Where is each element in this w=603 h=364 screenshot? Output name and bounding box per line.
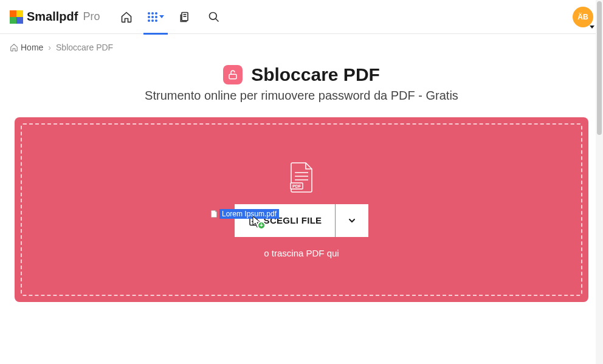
user-avatar-button[interactable]: ÄB (573, 7, 593, 27)
svg-rect-14 (229, 74, 236, 79)
svg-point-4 (151, 16, 154, 18)
page-subtitle: Strumento online per rimuovere password … (0, 89, 603, 103)
file-icon (210, 209, 218, 219)
unlock-icon (227, 69, 238, 80)
logo-text: Smallpdf (27, 10, 78, 24)
page-title-block: Sbloccare PDF Strumento online per rimuo… (0, 64, 603, 103)
dragging-file-name: Lorem Ipsum.pdf (219, 209, 279, 219)
breadcrumb-current: Sbloccare PDF (56, 43, 113, 52)
logo[interactable]: Smallpdf Pro (10, 10, 100, 24)
breadcrumb-separator: › (48, 43, 51, 52)
drag-hint-text: o trascina PDF qui (264, 248, 339, 258)
apps-nav-button[interactable] (141, 0, 170, 34)
header-nav (112, 0, 229, 34)
svg-point-2 (155, 12, 157, 15)
choose-file-source-button[interactable] (336, 204, 368, 237)
scrollbar-thumb[interactable] (597, 1, 602, 135)
breadcrumb-home-link[interactable]: Home (10, 43, 43, 52)
svg-point-3 (148, 16, 150, 18)
vertical-scrollbar[interactable] (596, 0, 603, 364)
caret-down-icon (159, 15, 164, 18)
caret-down-icon (590, 26, 594, 29)
svg-point-7 (151, 19, 154, 22)
documents-nav-button[interactable] (170, 0, 199, 34)
page-title: Sbloccare PDF (251, 64, 380, 85)
chevron-down-icon (347, 216, 357, 225)
search-icon (208, 11, 220, 23)
svg-line-13 (216, 18, 219, 21)
documents-icon (179, 11, 191, 23)
pdf-document-icon: PDF (289, 162, 314, 193)
home-icon (120, 11, 133, 23)
home-icon (10, 43, 18, 52)
dragging-file-overlay: Lorem Ipsum.pdf (210, 209, 279, 219)
plus-badge-icon: + (257, 221, 266, 230)
svg-point-8 (155, 19, 157, 22)
svg-point-12 (210, 12, 217, 19)
breadcrumb: Home › Sbloccare PDF (0, 34, 603, 61)
search-nav-button[interactable] (199, 0, 229, 34)
logo-pro-text: Pro (83, 10, 100, 23)
svg-point-1 (151, 12, 154, 15)
avatar-initials: ÄB (573, 7, 593, 27)
breadcrumb-home-label: Home (21, 43, 43, 52)
tool-icon-badge (223, 65, 243, 84)
svg-point-5 (155, 16, 157, 18)
file-dropzone[interactable]: PDF SCEGLI FILE o trascina PDF qui (15, 117, 588, 302)
svg-point-0 (148, 12, 150, 15)
apps-grid-icon (147, 12, 158, 22)
svg-text:PDF: PDF (292, 184, 302, 188)
svg-point-6 (148, 19, 150, 22)
logo-mark-icon (10, 10, 23, 24)
dropzone-container: PDF SCEGLI FILE o trascina PDF qui (0, 103, 603, 317)
home-nav-button[interactable] (112, 0, 141, 34)
top-header: Smallpdf Pro ÄB (0, 0, 603, 34)
